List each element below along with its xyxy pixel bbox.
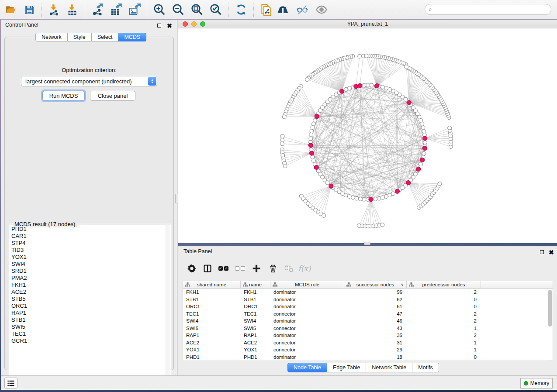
tab-edge-table[interactable]: Edge Table — [327, 363, 366, 372]
node-table[interactable]: shared namenameMCDS rolesuccessor nodes∨… — [183, 281, 553, 360]
optimization-criterion-select[interactable]: largest connected component (undirected)… — [21, 76, 157, 86]
minimize-window-icon[interactable] — [191, 21, 197, 27]
column-header-name[interactable]: name — [241, 281, 270, 288]
refresh-icon[interactable] — [234, 2, 249, 17]
tab-style[interactable]: Style — [68, 33, 92, 41]
export-network-icon[interactable] — [90, 2, 105, 17]
mcds-result-item[interactable]: TEC1 — [10, 330, 165, 337]
table-scrollbar[interactable] — [547, 289, 552, 360]
save-session-icon[interactable] — [22, 2, 37, 17]
table-cell: 1 — [407, 346, 481, 354]
mcds-result-item[interactable]: PHD1 — [10, 226, 165, 233]
add-column-icon[interactable] — [250, 262, 263, 275]
column-header-MCDS-role[interactable]: MCDS role — [270, 281, 344, 288]
table-cell: PHD1 — [241, 354, 270, 361]
float-panel-icon[interactable] — [157, 23, 163, 28]
mcds-result-item[interactable]: GCR1 — [10, 337, 165, 344]
table-row[interactable]: SWI5SWI5connector431 — [183, 325, 553, 332]
tab-mcds[interactable]: MCDS — [118, 33, 146, 41]
clone-network-icon[interactable] — [259, 2, 273, 17]
table-row[interactable]: PHD1PHD1dominator180 — [183, 354, 553, 361]
column-header-successor-nodes[interactable]: successor nodes∨ — [344, 281, 407, 288]
close-panel-button[interactable]: Close panel — [90, 91, 135, 101]
function-builder-icon: f(x) — [298, 262, 311, 275]
column-header-shared-name[interactable]: shared name — [183, 281, 241, 288]
table-row[interactable]: SWI4SWI4dominator462 — [183, 317, 553, 325]
mcds-result-item[interactable]: YOX1 — [10, 254, 165, 261]
table-cell: 2 — [407, 317, 481, 325]
mcds-result-item[interactable]: SRD1 — [10, 268, 165, 275]
table-row[interactable]: ORC1ORC1dominator610 — [183, 303, 553, 310]
mcds-result-item[interactable]: FKH1 — [10, 282, 165, 289]
mcds-result-item[interactable]: ACE2 — [10, 289, 165, 296]
task-history-button[interactable] — [4, 378, 17, 389]
delete-table-icon — [282, 262, 295, 275]
memory-button[interactable]: Memory — [520, 378, 553, 389]
mcds-result-item[interactable]: ORC1 — [10, 303, 165, 309]
tab-select[interactable]: Select — [92, 33, 119, 41]
table-cell: 1 — [407, 339, 481, 347]
table-row[interactable]: TEC1TEC1connector472 — [183, 310, 553, 318]
close-panel-icon[interactable]: ✖ — [167, 24, 172, 28]
network-view-canvas[interactable] — [178, 28, 557, 243]
mcds-result-item[interactable]: STB5 — [10, 296, 165, 303]
table-cell: 46 — [344, 317, 407, 325]
table-row[interactable]: YOX1YOX1connector291 — [183, 346, 553, 354]
table-row[interactable]: ACE2ACE2connector311 — [183, 339, 553, 347]
search-network-icon[interactable] — [276, 2, 291, 17]
table-cell: 0 — [407, 354, 481, 361]
column-header-predecessor-nodes[interactable]: predecessor nodes — [407, 281, 481, 288]
horizontal-splitter-grip[interactable] — [364, 242, 370, 245]
zoom-out-icon[interactable] — [171, 2, 186, 17]
zoom-in-icon[interactable] — [152, 2, 167, 17]
hide-selected-icon[interactable] — [295, 2, 310, 17]
table-panel: Table Panel ✖ ✓✓ f(x) shared namenameMCD… — [178, 246, 557, 375]
mcds-list-scrollbar[interactable] — [165, 225, 170, 385]
table-cell: connector — [270, 310, 344, 318]
mcds-result-item[interactable]: SWI4 — [10, 261, 165, 268]
select-stepper-icon: ▲▼ — [148, 77, 156, 86]
tab-motifs[interactable]: Motifs — [412, 363, 439, 372]
show-all-eye-icon[interactable] — [314, 2, 329, 17]
table-row[interactable]: STB1STB1dominator620 — [183, 296, 553, 303]
mcds-result-item[interactable]: STB1 — [10, 316, 165, 323]
open-session-icon[interactable] — [3, 2, 18, 17]
tab-network-table[interactable]: Network Table — [366, 363, 412, 372]
mcds-result-item[interactable]: RAP1 — [10, 309, 165, 316]
deselect-all-columns-icon[interactable] — [233, 262, 246, 275]
select-all-columns-icon[interactable]: ✓✓ — [217, 262, 230, 275]
mcds-result-item[interactable]: TID3 — [10, 247, 165, 254]
node-table-header[interactable]: shared namenameMCDS rolesuccessor nodes∨… — [183, 281, 553, 289]
table-row[interactable]: FKH1FKH1dominator962 — [183, 289, 553, 296]
close-table-panel-icon[interactable]: ✖ — [549, 250, 554, 255]
mcds-result-item[interactable]: SWI5 — [10, 323, 165, 330]
mcds-result-item[interactable]: PMA2 — [10, 275, 165, 282]
delete-column-icon[interactable] — [266, 262, 280, 275]
table-cell: 0 — [407, 303, 481, 310]
network-window-titlebar[interactable]: YPA_prune.txt_1 — [178, 20, 557, 28]
network-graph[interactable] — [178, 28, 557, 243]
tab-node-table[interactable]: Node Table — [287, 363, 327, 372]
mcds-result-list[interactable]: PHD1CAR1STP4TID3YOX1SWI4SRD1PMA2FKH1ACE2… — [10, 226, 165, 385]
tab-network[interactable]: Network — [35, 33, 68, 41]
import-table-icon[interactable] — [65, 2, 80, 17]
table-row[interactable]: RAP1RAP1dominator352 — [183, 332, 553, 339]
table-scrollbar-thumb[interactable] — [548, 290, 552, 327]
zoom-selected-icon[interactable] — [208, 2, 223, 17]
float-table-panel-icon[interactable] — [540, 249, 545, 254]
mcds-result-item[interactable]: STP4 — [10, 240, 165, 247]
search-input[interactable]: ⌕ — [425, 4, 551, 15]
column-layout-icon[interactable] — [201, 262, 214, 275]
mcds-result-item[interactable]: CAR1 — [10, 233, 165, 240]
maximize-window-icon[interactable] — [200, 21, 205, 27]
import-network-icon[interactable] — [46, 2, 61, 17]
table-cell: SWI5 — [183, 325, 241, 332]
run-mcds-button[interactable]: Run MCDS — [42, 91, 85, 101]
node-table-body[interactable]: FKH1FKH1dominator962STB1STB1dominator620… — [183, 289, 553, 361]
export-image-icon[interactable] — [127, 2, 142, 17]
hierarchy-icon — [346, 282, 351, 288]
close-window-icon[interactable] — [183, 21, 188, 27]
zoom-fit-icon[interactable] — [190, 2, 204, 17]
table-settings-icon[interactable] — [185, 262, 198, 275]
export-table-icon[interactable] — [108, 2, 123, 17]
